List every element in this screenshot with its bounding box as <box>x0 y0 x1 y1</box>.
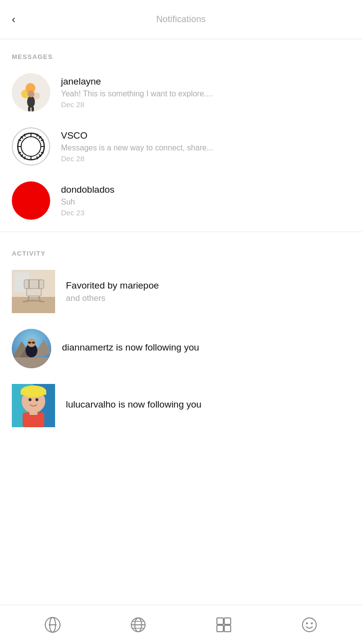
avatar-dondoblados <box>12 181 50 220</box>
messages-section-label: MESSAGES <box>0 39 362 65</box>
svg-point-56 <box>35 398 38 401</box>
svg-rect-7 <box>31 107 34 112</box>
nav-profile-button[interactable] <box>43 615 62 635</box>
activity-item-mariepoe[interactable]: Favorited by mariepoe and others <box>0 262 362 321</box>
svg-point-55 <box>29 398 31 401</box>
page-title: Notifications <box>156 14 206 25</box>
activity-item-diannamertz[interactable]: diannamertz is now following you <box>0 321 362 376</box>
svg-rect-6 <box>28 107 30 112</box>
svg-rect-32 <box>24 280 44 289</box>
avatar-vsco <box>12 127 50 166</box>
svg-point-4 <box>27 96 35 108</box>
grid-nav-icon <box>215 616 233 634</box>
dondoblados-date: Dec 23 <box>61 208 350 217</box>
vsco-logo-icon <box>16 132 46 161</box>
svg-point-73 <box>311 622 313 624</box>
svg-rect-67 <box>217 618 223 624</box>
vsco-preview: Messages is a new way to connect, share.… <box>61 144 287 152</box>
dondoblados-info: dondoblados Suh Dec 23 <box>61 184 350 217</box>
svg-point-9 <box>21 137 41 156</box>
janelayne-name: janelayne <box>61 76 350 87</box>
message-item-dondoblados[interactable]: dondoblados Suh Dec 23 <box>0 174 362 228</box>
lulucarvalho-title: lulucarvalho is now following you <box>66 399 350 410</box>
avatar-janelayne <box>12 73 50 112</box>
nav-collection-button[interactable] <box>214 615 234 635</box>
svg-point-72 <box>306 622 308 624</box>
header: ‹ Notifications <box>0 0 362 39</box>
activity-section-label: ACTIVITY <box>0 236 362 262</box>
janelayne-preview: Yeah! This is something I want to explor… <box>61 89 287 98</box>
avatar-lulucarvalho <box>12 384 55 427</box>
diannamertz-info: diannamertz is now following you <box>62 342 350 355</box>
back-button[interactable]: ‹ <box>12 13 15 26</box>
chair-image <box>12 270 55 313</box>
globe-nav-icon <box>129 616 147 634</box>
bottom-navigation <box>0 605 362 644</box>
avatar-diannamertz <box>12 329 51 368</box>
svg-rect-69 <box>217 625 223 632</box>
thumbnail-chair <box>12 270 55 313</box>
dondoblados-name: dondoblados <box>61 184 350 195</box>
lulucarvalho-info: lulucarvalho is now following you <box>66 399 350 412</box>
dondoblados-preview: Suh <box>61 198 287 206</box>
vsco-date: Dec 28 <box>61 154 350 163</box>
svg-rect-29 <box>12 297 55 313</box>
svg-rect-54 <box>21 390 46 395</box>
vsco-info: VSCO Messages is a new way to connect, s… <box>61 130 350 163</box>
vsco-name: VSCO <box>61 130 350 141</box>
diannamertz-title: diannamertz is now following you <box>62 342 350 353</box>
mariepoe-title: Favorited by mariepoe <box>66 280 350 291</box>
section-divider <box>0 232 362 232</box>
activity-item-lulucarvalho[interactable]: lulucarvalho is now following you <box>0 376 362 435</box>
mariepoe-subtitle: and others <box>66 293 350 303</box>
svg-rect-70 <box>224 625 231 632</box>
message-item-janelayne[interactable]: janelayne Yeah! This is something I want… <box>0 65 362 119</box>
message-item-vsco[interactable]: VSCO Messages is a new way to connect, s… <box>0 119 362 174</box>
svg-rect-45 <box>28 342 31 344</box>
svg-point-5 <box>28 90 34 97</box>
svg-rect-68 <box>224 618 231 624</box>
janelayne-date: Dec 28 <box>61 100 350 109</box>
diannamertz-image <box>12 329 51 368</box>
svg-point-71 <box>302 618 316 632</box>
svg-rect-58 <box>30 411 37 415</box>
nav-explore-button[interactable] <box>128 615 148 635</box>
avatar-janelayne-image <box>12 73 50 112</box>
lulucarvalho-image <box>12 384 55 427</box>
smiley-nav-icon <box>301 616 318 634</box>
mariepoe-info: Favorited by mariepoe and others <box>66 280 350 303</box>
svg-rect-42 <box>12 357 51 368</box>
janelayne-info: janelayne Yeah! This is something I want… <box>61 76 350 109</box>
nav-notifications-button[interactable] <box>300 615 319 635</box>
profile-nav-icon <box>44 616 61 634</box>
svg-rect-46 <box>32 342 35 344</box>
